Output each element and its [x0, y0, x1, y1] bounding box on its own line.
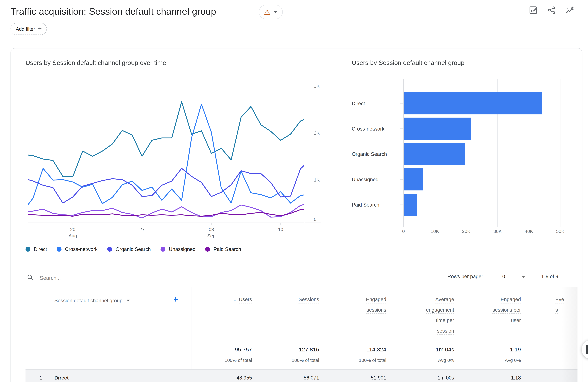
ga4-traffic-acquisition-report: Traffic acquisition: Session default cha…	[0, 0, 588, 382]
totals-value: 114,324	[315, 346, 386, 353]
table-cell: 1.18	[450, 375, 521, 381]
chevron-down-icon	[522, 276, 525, 278]
search-input[interactable]	[39, 273, 251, 283]
row-index: 1	[29, 375, 42, 381]
column-header-label: s	[555, 307, 558, 314]
pagination-range: 1-9 of 9	[536, 274, 563, 279]
rows-per-page-select[interactable]: 10	[498, 272, 527, 282]
table-cell: 1m 00s	[383, 375, 454, 381]
add-dimension-button[interactable]: +	[173, 296, 178, 304]
totals-value: 95,757	[181, 346, 252, 353]
legend-item-organic-search[interactable]: Organic Search	[107, 246, 151, 252]
legend-label: Direct	[34, 246, 47, 252]
totals-value: 127,816	[248, 346, 319, 353]
customize-report-icon[interactable]	[529, 6, 538, 15]
report-card	[11, 48, 583, 382]
legend-dot-icon	[161, 247, 166, 252]
totals-percent: 100% of total	[248, 358, 319, 363]
legend-item-cross-network[interactable]: Cross-network	[57, 246, 98, 252]
legend-label: Cross-network	[65, 246, 98, 252]
table-cell: 43,955	[181, 375, 252, 381]
column-header-average-engagement-time-per-session[interactable]: Averageengagementtime persession	[383, 296, 454, 334]
totals-percent: Avg 0%	[383, 358, 454, 363]
column-header-label: sessions per	[492, 307, 521, 314]
sort-descending-icon: ↓	[233, 296, 236, 302]
report-toolbar	[529, 6, 574, 15]
dimension-header-dropdown[interactable]: Session default channel group	[54, 298, 130, 303]
bar-chart-title: Users by Session default channel group	[352, 59, 464, 67]
drag-handle-icon	[586, 345, 588, 354]
column-header-label: session	[437, 328, 454, 335]
column-header-engaged-sessions-per-user[interactable]: Engagedsessions peruser	[450, 296, 521, 324]
plus-icon: +	[38, 25, 42, 32]
legend-dot-icon	[205, 247, 210, 252]
table-cell: 51,901	[315, 375, 386, 381]
legend-label: Unassigned	[169, 246, 195, 252]
column-header-label: Engaged	[501, 297, 521, 303]
table-cell: 56,071	[248, 375, 319, 381]
line-chart-legend: DirectCross-networkOrganic SearchUnassig…	[25, 246, 241, 252]
column-header-sessions[interactable]: Sessions	[248, 296, 319, 303]
table-top-divider	[25, 287, 578, 287]
horizontal-scroll-shadow	[562, 287, 578, 382]
totals-value: 1.19	[450, 346, 521, 353]
legend-label: Organic Search	[116, 246, 151, 252]
column-header-label: user	[511, 318, 521, 324]
legend-label: Paid Search	[213, 246, 241, 252]
legend-item-unassigned[interactable]: Unassigned	[161, 246, 196, 252]
legend-dot-icon	[25, 247, 30, 252]
chevron-down-icon	[274, 11, 277, 13]
page-title: Traffic acquisition: Session default cha…	[11, 6, 216, 17]
legend-item-paid-search[interactable]: Paid Search	[205, 246, 241, 252]
data-quality-dropdown[interactable]: ⚠	[259, 5, 283, 19]
column-header-engaged-sessions[interactable]: Engagedsessions	[315, 296, 386, 313]
column-header-users[interactable]: ↓Users	[181, 296, 252, 303]
legend-item-direct[interactable]: Direct	[25, 246, 47, 252]
legend-dot-icon	[107, 247, 112, 252]
share-icon[interactable]	[547, 6, 556, 15]
warning-icon: ⚠	[264, 8, 271, 16]
chevron-down-icon	[126, 300, 130, 301]
line-chart-title: Users by Session default channel group o…	[25, 59, 166, 67]
totals-percent: 100% of total	[181, 358, 252, 363]
add-filter-button[interactable]: Add filter +	[11, 23, 47, 35]
expand-panel-button[interactable]	[582, 340, 588, 359]
row-dimension-value: Direct	[54, 375, 69, 381]
totals-value: 1m 04s	[383, 346, 454, 353]
totals-percent: 100% of total	[315, 358, 386, 363]
rows-per-page-label: Rows per page:	[447, 274, 483, 279]
insights-icon[interactable]	[566, 6, 574, 15]
legend-dot-icon	[57, 247, 62, 252]
search-icon	[27, 274, 34, 281]
totals-percent: Avg 0%	[450, 358, 521, 363]
